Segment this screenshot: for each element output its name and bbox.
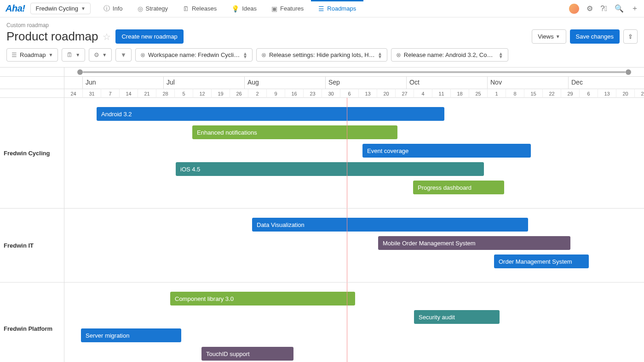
nav-tab-label: Info [113, 5, 123, 12]
caret-down-icon: ▼ [102, 52, 107, 57]
timeline-bar[interactable]: iOS 4.5 [176, 162, 484, 176]
day-cell: 9 [267, 89, 285, 98]
nav-tab-label: Features [280, 5, 304, 12]
timeline: JunJulAugSepOctNovDec 243171421285121926… [0, 67, 644, 362]
timeline-bar[interactable]: Event coverage [362, 144, 531, 158]
day-cell: 16 [285, 89, 304, 98]
filter-pill[interactable]: ⊗Release name: Android 3.2, Compone…▲▼ [391, 48, 508, 62]
today-line [347, 209, 347, 282]
ideas-icon: 💡 [231, 5, 239, 12]
lane-label: Fredwin Platform [0, 283, 64, 362]
timeline-bar[interactable]: Component library 3.0 [170, 292, 355, 305]
caret-down-icon: ▼ [75, 52, 80, 57]
day-cell: 6 [580, 89, 598, 98]
nav-tab-strategy[interactable]: ◎Strategy [130, 0, 175, 17]
swimlane: Fredwin CyclingAndroid 3.2Enhanced notif… [0, 98, 644, 209]
settings-picker[interactable]: ⚙ ▼ [89, 48, 112, 62]
date-picker[interactable]: 🗓 ▼ [62, 48, 85, 62]
timeline-bar[interactable]: Data Visualization [252, 218, 528, 232]
create-roadmap-button[interactable]: Create new roadmap [115, 29, 183, 44]
plus-icon[interactable]: ＋ [631, 4, 638, 13]
day-cell: 28 [156, 89, 175, 98]
day-cell: 19 [212, 89, 230, 98]
zoom-slider[interactable] [64, 68, 644, 77]
clear-filter-icon[interactable]: ⊗ [396, 51, 401, 58]
nav-tab-features[interactable]: ▣Features [264, 0, 311, 17]
releases-icon: 🗓 [183, 5, 189, 12]
nav-tab-label: Roadmaps [327, 5, 356, 12]
top-nav-right: ⚙ ?⃝ 🔍 ＋ [569, 4, 638, 14]
day-cell: 26 [230, 89, 248, 98]
timeline-bar[interactable]: Security audit [414, 310, 500, 324]
help-icon[interactable]: ?⃝ [600, 5, 607, 13]
timeline-bar[interactable]: Server migration [81, 328, 181, 342]
day-header: 2431714212851219262916233061320274111825… [64, 89, 644, 98]
clear-filter-icon[interactable]: ⊗ [261, 51, 266, 58]
lane-label: Fredwin Cycling [0, 98, 64, 208]
search-icon[interactable]: 🔍 [615, 4, 624, 13]
day-cell: 21 [138, 89, 156, 98]
month-cell: Nov [488, 77, 569, 89]
workspace-picker-label: Fredwin Cycling [35, 5, 78, 12]
filter-button[interactable]: ▼ [115, 48, 132, 62]
filter-pill[interactable]: ⊗Release settings: Hide parking lots, Hi… [256, 48, 387, 62]
filter-bar: ☰ Roadmap ▼ 🗓 ▼ ⚙ ▼ ▼ ⊗Workspace name: F… [0, 44, 644, 67]
share-button[interactable]: ⇧ [623, 29, 638, 44]
roadmap-type-label: Roadmap [20, 51, 46, 58]
month-cell: Sep [326, 77, 407, 89]
top-nav: Aha! Fredwin Cycling ▼ ⓘInfo◎Strategy🗓Re… [0, 0, 644, 17]
day-cell: 7 [101, 89, 120, 98]
timeline-bar[interactable]: TouchID support [201, 347, 293, 361]
page-title: Product roadmap [6, 29, 98, 44]
day-cell: 5 [175, 89, 193, 98]
star-icon[interactable]: ☆ [103, 31, 111, 42]
timeline-bar[interactable]: Progress dashboard [413, 181, 504, 194]
avatar[interactable] [569, 4, 579, 14]
day-cell: 13 [598, 89, 616, 98]
lane-body: Component library 3.0Security auditServe… [64, 283, 644, 362]
workspace-picker[interactable]: Fredwin Cycling ▼ [30, 3, 90, 14]
calendar-icon: 🗓 [67, 51, 73, 58]
nav-tab-ideas[interactable]: 💡Ideas [224, 0, 264, 17]
day-cell: 11 [432, 89, 451, 98]
views-label: Views [538, 33, 553, 40]
day-cell: 31 [83, 89, 101, 98]
share-icon: ⇧ [628, 33, 633, 40]
filter-label: Release name: Android 3.2, Compone… [404, 51, 496, 58]
views-button[interactable]: Views ▼ [532, 29, 566, 44]
day-cell: 23 [304, 89, 322, 98]
lane-label: Fredwin IT [0, 209, 64, 282]
nav-tab-roadmaps[interactable]: ☰Roadmaps [311, 0, 363, 17]
day-gutter [0, 89, 64, 98]
zoom-gutter [0, 68, 64, 77]
sort-icon: ▲▼ [378, 52, 382, 58]
caret-down-icon: ▼ [556, 34, 560, 39]
today-line [347, 98, 347, 208]
roadmap-type-picker[interactable]: ☰ Roadmap ▼ [6, 48, 58, 62]
nav-tab-label: Ideas [242, 5, 257, 12]
filter-label: Release settings: Hide parking lots, Hid… [269, 51, 375, 58]
nav-tab-label: Releases [192, 5, 217, 12]
timeline-bar[interactable]: Android 3.2 [97, 107, 444, 121]
day-cell: 24 [64, 89, 83, 98]
timeline-bar[interactable]: Mobile Order Management System [378, 236, 570, 250]
clear-filter-icon[interactable]: ⊗ [140, 51, 145, 58]
gear-icon: ⚙ [94, 51, 99, 58]
swimlane: Fredwin ITData VisualizationMobile Order… [0, 209, 644, 283]
day-cell: 20 [616, 89, 635, 98]
day-cell: 27 [635, 89, 644, 98]
timeline-bar[interactable]: Order Management System [494, 255, 589, 268]
strategy-icon: ◎ [138, 5, 143, 12]
nav-tab-info[interactable]: ⓘInfo [96, 0, 130, 17]
timeline-bar[interactable]: Enhanced notifications [192, 125, 397, 139]
day-cell: 8 [506, 89, 524, 98]
day-cell: 20 [377, 89, 396, 98]
nav-tab-releases[interactable]: 🗓Releases [175, 0, 224, 17]
filter-pill[interactable]: ⊗Workspace name: Fredwin Cycling, Fr…▲▼ [135, 48, 253, 62]
day-cell: 29 [561, 89, 580, 98]
gear-icon[interactable]: ⚙ [586, 4, 593, 13]
save-changes-button[interactable]: Save changes [570, 29, 620, 44]
day-cell: 15 [524, 89, 543, 98]
page-header: Custom roadmap Product roadmap ☆ Create … [0, 17, 644, 44]
month-header: JunJulAugSepOctNovDec [64, 77, 644, 89]
